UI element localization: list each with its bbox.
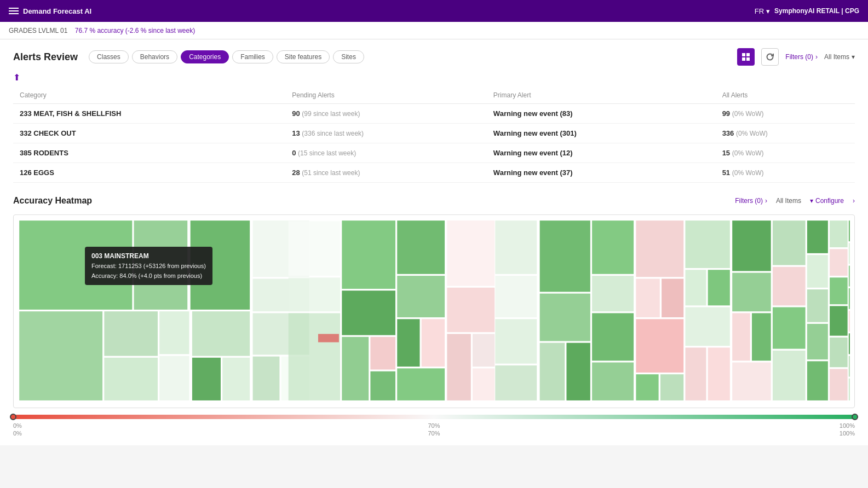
svg-rect-62 bbox=[732, 220, 771, 271]
all-items-button[interactable]: All Items ▾ bbox=[824, 53, 855, 61]
svg-rect-1 bbox=[746, 53, 750, 56]
svg-rect-33 bbox=[447, 220, 495, 286]
alerts-review-title: Alerts Review bbox=[13, 51, 78, 63]
svg-rect-48 bbox=[592, 313, 634, 361]
tab-classes[interactable]: Classes bbox=[89, 50, 129, 63]
svg-rect-72 bbox=[807, 255, 828, 288]
svg-rect-67 bbox=[773, 220, 806, 265]
scale-bar-row bbox=[13, 413, 855, 421]
row-primary-alert: Warning new event (37) bbox=[487, 163, 716, 183]
export-row: ⬆ bbox=[13, 72, 855, 83]
table-row: 126 EGGS 28 (51 since last week) Warning… bbox=[13, 163, 855, 183]
svg-rect-18 bbox=[253, 357, 280, 400]
tab-categories[interactable]: Categories bbox=[181, 50, 229, 63]
svg-rect-84 bbox=[849, 266, 850, 287]
heatmap-actions: Filters (0) › All Items ▾ Configure › bbox=[735, 197, 855, 205]
svg-rect-86 bbox=[849, 311, 850, 332]
scale-marker-left bbox=[10, 414, 16, 420]
svg-rect-50 bbox=[636, 220, 683, 277]
col-all-alerts: All Alerts bbox=[716, 87, 855, 104]
row-primary-alert: Warning new event (301) bbox=[487, 124, 716, 143]
svg-rect-87 bbox=[849, 333, 850, 354]
row-category: 332 CHECK OUT bbox=[13, 124, 285, 143]
grid-icon bbox=[741, 53, 750, 61]
hamburger-menu[interactable] bbox=[9, 8, 19, 14]
configure-button[interactable]: ▾ Configure bbox=[810, 197, 844, 205]
table-row: 332 CHECK OUT 13 (336 since last week) W… bbox=[13, 124, 855, 143]
svg-rect-76 bbox=[830, 220, 848, 247]
heatmap-filters-button[interactable]: Filters (0) › bbox=[735, 197, 767, 205]
svg-rect-23 bbox=[342, 220, 395, 289]
svg-rect-12 bbox=[192, 311, 250, 356]
svg-rect-38 bbox=[495, 220, 537, 274]
svg-rect-54 bbox=[636, 374, 658, 400]
tab-behaviors[interactable]: Behaviors bbox=[132, 50, 177, 63]
nav-left: Demand Forecast AI bbox=[9, 7, 91, 15]
svg-rect-61 bbox=[708, 347, 730, 400]
expand-button[interactable]: › bbox=[853, 197, 855, 205]
row-all-alerts: 336 (0% WoW) bbox=[716, 124, 855, 143]
col-category: Category bbox=[13, 87, 285, 104]
svg-rect-45 bbox=[566, 343, 590, 400]
filters-button[interactable]: Filters (0) › bbox=[785, 53, 818, 61]
svg-rect-74 bbox=[807, 324, 828, 359]
heatmap-all-items-button[interactable]: All Items bbox=[776, 197, 801, 205]
export-icon[interactable]: ⬆ bbox=[13, 73, 20, 82]
col-primary-alert: Primary Alert bbox=[487, 87, 716, 104]
svg-rect-53 bbox=[636, 319, 683, 373]
app-title: Demand Forecast AI bbox=[23, 7, 91, 15]
nav-right: FR ▾ SymphonyAI RETAIL | CPG bbox=[755, 7, 859, 15]
row-pending: 13 (336 since last week) bbox=[285, 124, 487, 143]
svg-rect-0 bbox=[742, 53, 745, 56]
svg-rect-89 bbox=[849, 379, 850, 400]
svg-rect-35 bbox=[447, 334, 470, 400]
svg-rect-25 bbox=[342, 337, 369, 400]
svg-rect-21 bbox=[289, 277, 340, 311]
svg-rect-56 bbox=[685, 220, 729, 268]
scale-labels-bottom: 0% 70% 100% bbox=[13, 430, 855, 437]
tab-families[interactable]: Families bbox=[232, 50, 273, 63]
svg-rect-64 bbox=[732, 313, 750, 361]
svg-rect-9 bbox=[159, 311, 189, 354]
row-all-alerts: 51 (0% WoW) bbox=[716, 163, 855, 183]
svg-rect-73 bbox=[807, 289, 828, 322]
svg-rect-44 bbox=[540, 343, 565, 400]
svg-rect-83 bbox=[849, 243, 850, 264]
scale-bar bbox=[13, 415, 855, 419]
sub-header-text: GRADES LVLML 01 76.7 % accuracy (-2.6 % … bbox=[9, 27, 195, 34]
svg-rect-49 bbox=[592, 362, 634, 400]
svg-rect-79 bbox=[830, 306, 848, 335]
svg-rect-80 bbox=[830, 338, 848, 367]
svg-rect-75 bbox=[807, 361, 828, 400]
svg-rect-13 bbox=[192, 358, 221, 400]
heatmap-section: Accuracy Heatmap Filters (0) › All Items… bbox=[13, 196, 855, 437]
svg-rect-26 bbox=[370, 337, 395, 370]
svg-rect-3 bbox=[746, 57, 750, 61]
alerts-table: Category Pending Alerts Primary Alert Al… bbox=[13, 87, 855, 183]
svg-rect-85 bbox=[849, 288, 850, 309]
refresh-button[interactable] bbox=[761, 48, 779, 66]
svg-rect-14 bbox=[222, 358, 250, 400]
svg-rect-37 bbox=[473, 368, 495, 400]
sub-header: GRADES LVLML 01 76.7 % accuracy (-2.6 % … bbox=[0, 22, 868, 39]
svg-rect-82 bbox=[849, 220, 850, 241]
grid-view-button[interactable] bbox=[737, 48, 755, 66]
svg-rect-71 bbox=[807, 220, 828, 253]
accuracy-text: 76.7 % accuracy (-2.6 % since last week) bbox=[75, 27, 195, 34]
tab-site-features[interactable]: Site features bbox=[277, 50, 330, 63]
svg-rect-58 bbox=[708, 270, 730, 305]
symphony-logo: SymphonyAI RETAIL | CPG bbox=[774, 7, 859, 15]
svg-rect-51 bbox=[636, 278, 659, 317]
svg-rect-65 bbox=[752, 313, 771, 361]
header-actions: Filters (0) › All Items ▾ bbox=[737, 48, 855, 66]
language-selector[interactable]: FR ▾ bbox=[755, 7, 770, 15]
svg-rect-27 bbox=[370, 371, 395, 400]
svg-rect-41 bbox=[495, 365, 537, 400]
tab-sites[interactable]: Sites bbox=[333, 50, 364, 63]
heatmap-container[interactable]: 003 MAINSTREAM Forecast: 1711253 (+53126… bbox=[13, 214, 855, 408]
row-all-alerts: 99 (0% WoW) bbox=[716, 104, 855, 124]
svg-rect-7 bbox=[104, 311, 158, 356]
svg-rect-11 bbox=[191, 220, 250, 310]
main-content: Alerts Review Classes Behaviors Categori… bbox=[0, 39, 868, 445]
svg-rect-28 bbox=[397, 220, 445, 274]
